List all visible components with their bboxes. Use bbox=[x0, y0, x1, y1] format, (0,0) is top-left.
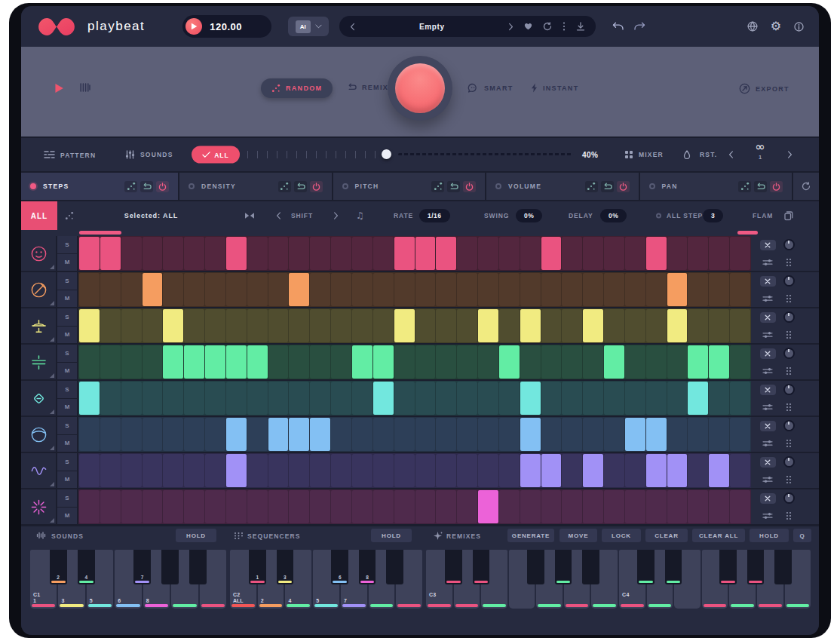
save-preset-icon[interactable] bbox=[576, 22, 585, 31]
step-cell[interactable] bbox=[310, 454, 330, 487]
export-button[interactable]: EXPORT bbox=[739, 83, 789, 94]
step-cell[interactable] bbox=[457, 273, 477, 306]
track-icon-tom[interactable] bbox=[21, 417, 57, 452]
step-cell[interactable] bbox=[289, 490, 309, 523]
dice-icon[interactable] bbox=[65, 211, 74, 220]
step-cell[interactable] bbox=[709, 490, 729, 523]
black-key[interactable] bbox=[774, 550, 792, 584]
step-cell[interactable] bbox=[520, 237, 541, 270]
bpm-control[interactable]: 120.00 bbox=[182, 15, 271, 38]
step-cell[interactable] bbox=[709, 382, 729, 415]
step-cell[interactable] bbox=[730, 454, 750, 487]
rate-value[interactable]: 1/16 bbox=[419, 209, 450, 222]
step-cell[interactable] bbox=[268, 418, 289, 451]
step-cell[interactable] bbox=[667, 418, 688, 451]
step-cell[interactable] bbox=[730, 345, 750, 379]
black-key[interactable] bbox=[473, 550, 490, 584]
track-filter-icon[interactable] bbox=[762, 331, 773, 339]
step-cell[interactable] bbox=[247, 273, 268, 306]
step-cell[interactable] bbox=[352, 309, 372, 342]
step-cell[interactable] bbox=[604, 454, 624, 487]
step-cell[interactable] bbox=[688, 345, 708, 379]
track-drag-handle[interactable] bbox=[786, 367, 792, 376]
step-cell[interactable] bbox=[352, 454, 372, 487]
step-cell[interactable] bbox=[143, 418, 163, 451]
step-cell[interactable] bbox=[625, 490, 645, 523]
step-cell[interactable] bbox=[100, 273, 121, 306]
step-cell[interactable] bbox=[583, 382, 603, 415]
step-cell[interactable] bbox=[688, 309, 708, 342]
track-drag-handle[interactable] bbox=[786, 475, 792, 484]
redo-button[interactable] bbox=[633, 22, 645, 32]
ai-dropdown[interactable]: AI bbox=[288, 17, 329, 36]
step-cell[interactable] bbox=[646, 309, 667, 342]
step-cell[interactable] bbox=[247, 382, 268, 415]
black-key[interactable] bbox=[386, 550, 403, 584]
step-cell[interactable] bbox=[646, 418, 667, 451]
solo-button[interactable]: S bbox=[57, 236, 77, 253]
step-cell[interactable] bbox=[499, 382, 520, 415]
step-cell[interactable] bbox=[457, 345, 477, 379]
step-cell[interactable] bbox=[583, 454, 603, 487]
step-cell[interactable] bbox=[667, 237, 688, 270]
black-key[interactable]: 8 bbox=[359, 550, 376, 584]
step-cell[interactable] bbox=[520, 345, 541, 379]
step-cell[interactable] bbox=[562, 454, 582, 487]
track-volume-knob[interactable] bbox=[783, 456, 795, 468]
step-cell[interactable] bbox=[562, 490, 582, 523]
step-cell[interactable] bbox=[143, 454, 163, 487]
pattern-loop-indicator[interactable]: ∞ 1 bbox=[743, 141, 777, 161]
lock-button[interactable]: LOCK bbox=[602, 529, 641, 542]
loop-icon[interactable] bbox=[447, 181, 460, 192]
step-cell[interactable] bbox=[730, 490, 750, 523]
track-filter-icon[interactable] bbox=[762, 367, 773, 375]
step-cell[interactable] bbox=[310, 382, 330, 415]
dice-icon[interactable] bbox=[124, 181, 137, 192]
step-cell[interactable] bbox=[583, 273, 603, 306]
reload-preset-icon[interactable] bbox=[543, 22, 552, 31]
step-cell[interactable] bbox=[268, 237, 289, 270]
clear-button[interactable]: CLEAR bbox=[645, 529, 688, 542]
step-cell[interactable] bbox=[478, 273, 498, 306]
crossfade-icon[interactable] bbox=[244, 212, 255, 219]
step-cell[interactable] bbox=[163, 382, 183, 415]
solo-button[interactable]: S bbox=[57, 272, 77, 290]
step-cell[interactable] bbox=[562, 418, 582, 451]
apply-all-button[interactable]: ALL bbox=[192, 146, 240, 164]
step-cell[interactable] bbox=[247, 454, 268, 487]
track-drag-handle[interactable] bbox=[786, 511, 792, 520]
step-cell[interactable] bbox=[268, 490, 289, 523]
step-cell[interactable] bbox=[226, 309, 247, 342]
step-cell[interactable] bbox=[310, 345, 330, 379]
preset-menu-icon[interactable] bbox=[563, 22, 566, 31]
step-cell[interactable] bbox=[646, 273, 667, 306]
step-cell[interactable] bbox=[331, 490, 351, 523]
step-cell[interactable] bbox=[562, 273, 582, 306]
mute-button[interactable]: M bbox=[57, 363, 77, 380]
black-key[interactable] bbox=[161, 550, 179, 584]
step-cell[interactable] bbox=[247, 237, 268, 270]
step-cell[interactable] bbox=[457, 490, 477, 523]
step-cell[interactable] bbox=[604, 490, 624, 523]
dice-icon[interactable] bbox=[585, 181, 598, 192]
step-cell[interactable] bbox=[121, 454, 142, 487]
step-cell[interactable] bbox=[709, 309, 729, 342]
step-cell[interactable] bbox=[688, 273, 708, 306]
reset-button[interactable]: RST. bbox=[700, 151, 717, 158]
param-tab-volume[interactable]: VOLUME bbox=[486, 173, 639, 200]
step-cell[interactable] bbox=[436, 454, 456, 487]
step-cell[interactable] bbox=[541, 490, 562, 523]
step-cell[interactable] bbox=[520, 273, 541, 306]
step-cell[interactable] bbox=[730, 382, 750, 415]
step-cell[interactable] bbox=[226, 345, 247, 379]
step-cell[interactable] bbox=[604, 309, 624, 342]
track-drag-handle[interactable] bbox=[786, 403, 792, 412]
humanize-icon[interactable] bbox=[683, 150, 691, 159]
step-cell[interactable] bbox=[730, 237, 750, 270]
move-button[interactable]: MOVE bbox=[559, 529, 597, 542]
black-key[interactable] bbox=[527, 550, 544, 584]
step-cell[interactable] bbox=[205, 309, 225, 342]
step-cell[interactable] bbox=[121, 273, 142, 306]
step-cell[interactable] bbox=[143, 309, 163, 342]
step-cell[interactable] bbox=[247, 490, 268, 523]
